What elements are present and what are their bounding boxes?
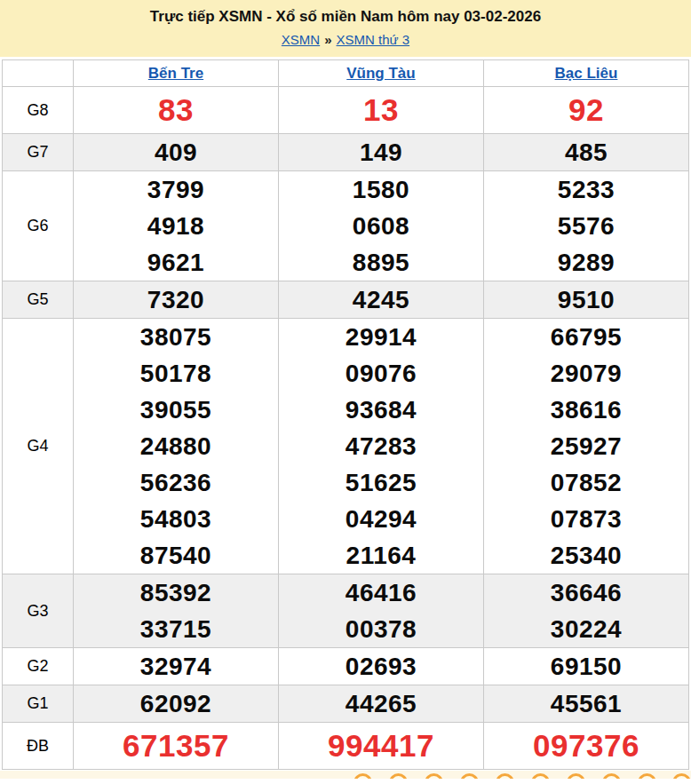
result-cell-G8-2: 92 (484, 87, 689, 134)
result-cell-G7-2: 485 (484, 134, 689, 171)
result-number: 30224 (484, 611, 688, 647)
corner-cell (3, 60, 74, 87)
result-cell-G3-0: 8539233715 (74, 574, 279, 648)
prize-row-G1: G1620924426545561 (3, 685, 689, 723)
result-number: 8895 (279, 244, 483, 281)
result-number: 25927 (484, 428, 688, 464)
result-number: 38616 (484, 392, 688, 428)
province-link-0[interactable]: Bến Tre (148, 65, 203, 82)
result-cell-ĐB-2: 097376 (484, 723, 689, 770)
result-number: 56236 (74, 464, 278, 501)
results-table-body: G8831392G7409149485G63799491896211580060… (3, 87, 689, 770)
result-cell-G5-2: 9510 (484, 281, 689, 319)
result-number: 29079 (484, 355, 688, 392)
result-number: 9621 (74, 244, 278, 281)
result-number: 097376 (484, 723, 688, 769)
result-number: 0608 (279, 208, 483, 244)
result-number: 13 (279, 87, 483, 133)
result-number: 62092 (74, 685, 278, 722)
result-cell-ĐB-1: 994417 (279, 723, 484, 770)
result-number: 92 (484, 87, 688, 133)
result-number: 149 (279, 134, 483, 170)
lotto-ball-icon (460, 773, 479, 779)
prize-row-G5: G5732042459510 (3, 281, 689, 319)
result-cell-G7-1: 149 (279, 134, 484, 171)
column-header-row: Bến TreVũng TàuBạc Liêu (3, 60, 689, 87)
prize-row-G8: G8831392 (3, 87, 689, 134)
result-number: 83 (74, 87, 278, 133)
result-number: 46416 (279, 574, 483, 611)
result-number: 51625 (279, 464, 483, 501)
result-cell-G8-0: 83 (74, 87, 279, 134)
column-header-2: Bạc Liêu (484, 60, 689, 87)
result-number: 36646 (484, 574, 688, 611)
result-number: 485 (484, 134, 688, 170)
result-number: 45561 (484, 685, 688, 722)
result-number: 02693 (279, 648, 483, 685)
lotto-ball-icon (602, 773, 621, 779)
result-number: 93684 (279, 392, 483, 428)
result-number: 07873 (484, 501, 688, 537)
prize-label: G8 (3, 87, 74, 134)
lotto-ball-icon (389, 773, 408, 779)
result-cell-G3-2: 3664630224 (484, 574, 689, 648)
result-number: 44265 (279, 685, 483, 722)
result-number: 09076 (279, 355, 483, 392)
result-cell-G1-0: 62092 (74, 685, 279, 723)
lotto-ball-icon (672, 773, 691, 779)
result-number: 38075 (74, 319, 278, 355)
prize-label: G3 (3, 574, 74, 648)
breadcrumb: XSMN»XSMN thứ 3 (0, 32, 691, 47)
result-number: 9289 (484, 244, 688, 281)
result-number: 3799 (74, 171, 278, 208)
province-link-2[interactable]: Bạc Liêu (555, 65, 618, 82)
prize-label: G6 (3, 171, 74, 281)
result-number: 87540 (74, 537, 278, 574)
province-link-1[interactable]: Vũng Tàu (346, 65, 415, 82)
result-cell-G4-1: 29914090769368447283516250429421164 (279, 319, 484, 574)
prize-row-G2: G2329740269369150 (3, 648, 689, 685)
lotto-ball-icon (638, 773, 656, 779)
result-number: 7320 (74, 281, 278, 318)
result-number: 32974 (74, 648, 278, 685)
column-header-0: Bến Tre (74, 60, 279, 87)
result-number: 24880 (74, 428, 278, 464)
prize-row-G6: G6379949189621158006088895523355769289 (3, 171, 689, 281)
result-number: 00378 (279, 611, 483, 647)
result-cell-G1-2: 45561 (484, 685, 689, 723)
lotto-ball-icon (567, 773, 585, 779)
prize-row-G4: G438075501783905524880562365480387540299… (3, 319, 689, 574)
result-number: 66795 (484, 319, 688, 355)
result-number: 47283 (279, 428, 483, 464)
result-cell-G2-0: 32974 (74, 648, 279, 685)
results-table: Bến TreVũng TàuBạc Liêu G8831392G7409149… (2, 59, 689, 770)
lotto-ball-icon (425, 773, 443, 779)
prize-row-ĐB: ĐB671357994417097376 (3, 723, 689, 770)
result-number: 39055 (74, 392, 278, 428)
result-number: 50178 (74, 355, 278, 392)
page-header: Trực tiếp XSMN - Xổ số miền Nam hôm nay … (0, 0, 691, 57)
prize-row-G7: G7409149485 (3, 134, 689, 171)
result-number: 671357 (74, 723, 278, 769)
prize-label: ĐB (3, 723, 74, 770)
result-number: 69150 (484, 648, 688, 685)
result-cell-G3-1: 4641600378 (279, 574, 484, 648)
breadcrumb-link-xsmn[interactable]: XSMN (282, 32, 320, 47)
result-number: 04294 (279, 501, 483, 537)
result-cell-G4-2: 66795290793861625927078520787325340 (484, 319, 689, 574)
result-cell-G5-0: 7320 (74, 281, 279, 319)
result-cell-G7-0: 409 (74, 134, 279, 171)
breadcrumb-separator: » (324, 32, 331, 47)
breadcrumb-link-xsmn-thu-3[interactable]: XSMN thứ 3 (337, 32, 410, 47)
result-cell-G5-1: 4245 (279, 281, 484, 319)
result-number: 85392 (74, 574, 278, 611)
result-cell-G2-2: 69150 (484, 648, 689, 685)
result-number: 29914 (279, 319, 483, 355)
lotto-balls-strip (0, 771, 691, 779)
lotto-ball-icon (353, 773, 372, 779)
result-cell-G2-1: 02693 (279, 648, 484, 685)
result-number: 409 (74, 134, 278, 170)
result-number: 33715 (74, 611, 278, 647)
result-number: 994417 (279, 723, 483, 769)
lotto-ball-icon (531, 773, 550, 779)
